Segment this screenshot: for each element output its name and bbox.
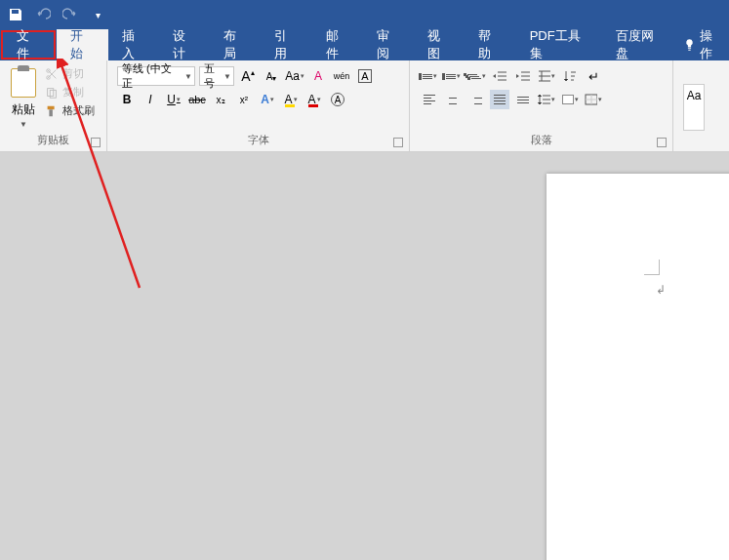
tell-me-search[interactable]: 操作 bbox=[677, 29, 729, 60]
dialog-launcher-icon[interactable] bbox=[91, 138, 101, 147]
borders-button[interactable]: ▾ bbox=[584, 90, 603, 109]
group-label-font: 字体 bbox=[111, 131, 405, 151]
align-right-button[interactable] bbox=[466, 90, 486, 109]
paste-label: 粘贴 bbox=[12, 101, 35, 118]
paste-button[interactable]: 粘贴 ▼ bbox=[4, 62, 43, 131]
sort-button[interactable] bbox=[560, 66, 580, 86]
tab-review[interactable]: 审阅 bbox=[363, 29, 414, 60]
ribbon-tabs: 文件 开始 插入 设计 布局 引用 邮件 审阅 视图 帮助 PDF工具集 百度网… bbox=[0, 29, 729, 60]
chevron-down-icon: ▼ bbox=[223, 72, 231, 81]
char-border-button[interactable]: A bbox=[355, 66, 375, 86]
font-name-combo[interactable]: 等线 (中文正▼ bbox=[117, 66, 195, 86]
font-size-combo[interactable]: 五号▼ bbox=[199, 66, 234, 86]
clear-formatting-button[interactable]: A bbox=[308, 66, 328, 86]
highlight-button[interactable]: A▾ bbox=[281, 90, 301, 109]
decrease-indent-button[interactable] bbox=[490, 66, 509, 86]
font-color-button[interactable]: A▾ bbox=[304, 90, 324, 109]
copy-icon bbox=[45, 86, 59, 100]
group-clipboard: 粘贴 ▼ 剪切 复制 格式刷 剪贴板 bbox=[0, 60, 107, 151]
italic-button[interactable]: I bbox=[141, 90, 160, 109]
numbering-button[interactable]: ▾ bbox=[443, 66, 463, 86]
chevron-down-icon: ▼ bbox=[184, 72, 192, 81]
tab-file[interactable]: 文件 bbox=[1, 30, 56, 60]
text-effects-button[interactable]: A▾ bbox=[258, 90, 277, 109]
underline-button[interactable]: U▾ bbox=[164, 90, 183, 109]
tab-mailings[interactable]: 邮件 bbox=[312, 29, 363, 60]
tab-pdf-tools[interactable]: PDF工具集 bbox=[516, 29, 603, 60]
multilevel-list-button[interactable]: ▾ bbox=[466, 66, 486, 86]
distributed-button[interactable] bbox=[513, 90, 533, 109]
group-styles: Aa bbox=[673, 60, 729, 151]
dialog-launcher-icon[interactable] bbox=[657, 138, 667, 147]
qat-customize-icon[interactable]: ▾ bbox=[90, 7, 105, 22]
quick-access-toolbar: ▾ bbox=[8, 7, 105, 22]
undo-icon[interactable] bbox=[35, 7, 51, 22]
tab-view[interactable]: 视图 bbox=[414, 29, 465, 60]
asian-layout-button[interactable]: ▾ bbox=[537, 66, 556, 86]
scissors-icon bbox=[45, 67, 59, 81]
align-justify-button[interactable] bbox=[490, 90, 509, 109]
align-left-button[interactable] bbox=[420, 90, 439, 109]
tab-home[interactable]: 开始 bbox=[57, 29, 107, 60]
group-label-clipboard: 剪贴板 bbox=[4, 131, 102, 151]
group-label-paragraph: 段落 bbox=[414, 131, 668, 151]
document-page[interactable]: ↲ bbox=[547, 174, 729, 560]
increase-indent-button[interactable] bbox=[513, 66, 533, 86]
document-canvas[interactable]: ↲ bbox=[0, 152, 729, 560]
superscript-button[interactable]: x² bbox=[234, 90, 254, 109]
redo-icon[interactable] bbox=[62, 7, 78, 22]
tab-design[interactable]: 设计 bbox=[159, 29, 210, 60]
shrink-font-button[interactable]: A▾ bbox=[262, 66, 281, 86]
bullets-button[interactable]: ▾ bbox=[420, 66, 439, 86]
enclosed-char-button[interactable]: A bbox=[328, 90, 347, 109]
dialog-launcher-icon[interactable] bbox=[393, 138, 403, 147]
tab-help[interactable]: 帮助 bbox=[465, 29, 515, 60]
cut-button[interactable]: 剪切 bbox=[45, 66, 95, 81]
show-paragraph-marks-button[interactable]: ↵ bbox=[584, 66, 603, 86]
phonetic-guide-button[interactable]: wén bbox=[332, 66, 351, 86]
align-center-button[interactable] bbox=[443, 90, 463, 109]
chevron-down-icon: ▼ bbox=[20, 120, 27, 129]
tab-insert[interactable]: 插入 bbox=[108, 29, 159, 60]
change-case-button[interactable]: Aa▾ bbox=[285, 66, 304, 86]
ribbon: 粘贴 ▼ 剪切 复制 格式刷 剪贴板 bbox=[0, 60, 729, 152]
group-paragraph: ▾ ▾ ▾ ▾ ↵ ▾ ▾ ▾ 段落 bbox=[410, 60, 673, 151]
tell-me-label: 操作 bbox=[700, 27, 723, 62]
style-preview-normal[interactable]: Aa bbox=[683, 84, 705, 131]
bold-button[interactable]: B bbox=[117, 90, 137, 109]
paragraph-mark-icon: ↲ bbox=[656, 283, 666, 297]
group-font: 等线 (中文正▼ 五号▼ A▴ A▾ Aa▾ A wén A B I U▾ ab… bbox=[107, 60, 410, 151]
strikethrough-button[interactable]: abc bbox=[187, 90, 207, 109]
grow-font-button[interactable]: A▴ bbox=[238, 66, 258, 86]
tab-layout[interactable]: 布局 bbox=[210, 29, 261, 60]
lightbulb-icon bbox=[683, 38, 696, 52]
copy-button[interactable]: 复制 bbox=[45, 85, 95, 100]
tab-references[interactable]: 引用 bbox=[261, 29, 311, 60]
brush-icon bbox=[45, 104, 59, 118]
shading-button[interactable]: ▾ bbox=[560, 90, 580, 109]
title-bar: ▾ bbox=[0, 0, 729, 29]
save-icon[interactable] bbox=[8, 7, 23, 22]
tab-baidu-netdisk[interactable]: 百度网盘 bbox=[602, 29, 677, 60]
subscript-button[interactable]: x₂ bbox=[211, 90, 230, 109]
clipboard-icon bbox=[11, 68, 36, 98]
line-spacing-button[interactable]: ▾ bbox=[537, 90, 556, 109]
margin-corner-icon bbox=[644, 260, 660, 275]
format-painter-button[interactable]: 格式刷 bbox=[45, 103, 95, 118]
